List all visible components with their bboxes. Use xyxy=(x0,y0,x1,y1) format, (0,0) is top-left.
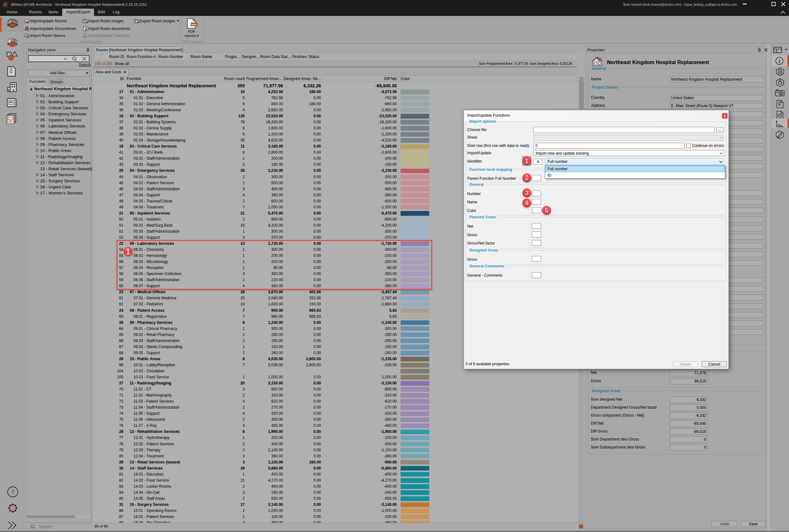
svg-text:i: i xyxy=(779,58,781,64)
svg-text:?: ? xyxy=(11,488,15,496)
svg-text:PDF: PDF xyxy=(192,23,197,26)
